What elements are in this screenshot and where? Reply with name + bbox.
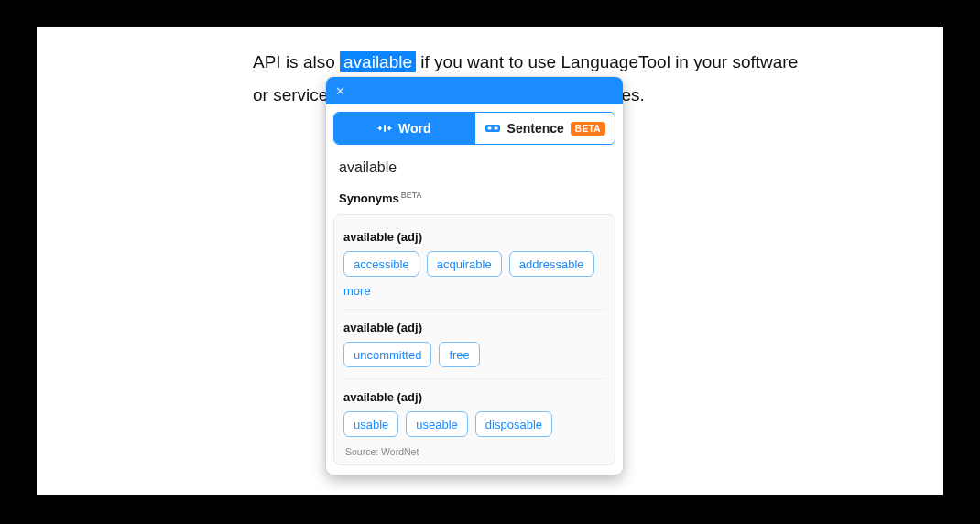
close-icon[interactable]: ✕ [335, 85, 345, 97]
sense-label: available (adj) [343, 230, 605, 244]
sense-group: available (adj) uncommitted free [343, 309, 605, 375]
sense-label: available (adj) [343, 321, 605, 334]
body-text-pre: API is also [253, 52, 340, 71]
synonym-popup: ✕ Word [326, 77, 623, 475]
svg-rect-0 [384, 125, 386, 132]
svg-rect-3 [494, 127, 497, 130]
synonym-chip[interactable]: uncommitted [343, 342, 431, 367]
sentence-icon [485, 123, 501, 134]
synonym-chip[interactable]: useable [406, 411, 468, 437]
synonyms-title: SynonymsBETA [326, 180, 623, 211]
synonyms-title-text: Synonyms [339, 191, 399, 205]
tab-sentence-label: Sentence [507, 121, 564, 136]
tab-sentence[interactable]: Sentence BETA [474, 113, 615, 144]
chip-row: accessible acquirable addressable more [343, 251, 605, 298]
sense-group: available (adj) accessible acquirable ad… [343, 224, 605, 305]
beta-badge: BETA [571, 122, 605, 136]
word-icon [377, 123, 392, 134]
popup-header: ✕ [326, 77, 623, 104]
source-text: Source: WordNet [343, 444, 605, 459]
svg-rect-2 [487, 127, 491, 130]
sense-label: available (adj) [343, 390, 605, 404]
page: API is also available if you want to use… [37, 27, 943, 495]
tab-group: Word Sentence BETA [333, 112, 615, 145]
highlighted-word[interactable]: available [340, 51, 416, 72]
synonym-chip[interactable]: usable [343, 411, 398, 437]
synonyms-title-badge: BETA [401, 191, 422, 200]
tab-word-label: Word [398, 121, 431, 136]
tabs-container: Word Sentence BETA [326, 104, 623, 145]
synonym-chip[interactable]: acquirable [427, 251, 502, 277]
synonyms-card: available (adj) accessible acquirable ad… [333, 214, 615, 465]
more-link[interactable]: more [343, 284, 371, 298]
synonym-chip[interactable]: disposable [475, 411, 552, 437]
synonym-chip[interactable]: accessible [343, 251, 419, 277]
chip-row: usable useable disposable [343, 411, 605, 437]
tab-word[interactable]: Word [334, 113, 474, 144]
synonym-chip[interactable]: addressable [509, 251, 594, 277]
sense-group: available (adj) usable useable disposabl… [343, 378, 605, 444]
chip-row: uncommitted free [343, 342, 605, 367]
synonym-chip[interactable]: free [439, 342, 479, 367]
svg-rect-1 [485, 125, 500, 132]
lookup-word: available [326, 145, 623, 180]
